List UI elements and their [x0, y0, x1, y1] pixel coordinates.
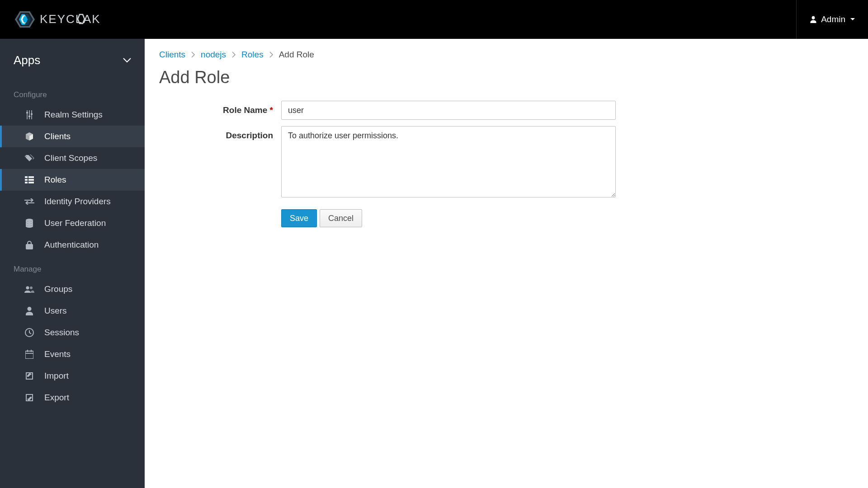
breadcrumb-link-client[interactable]: nodejs [201, 50, 226, 60]
sidebar-item-label: Import [44, 371, 69, 381]
svg-rect-18 [28, 179, 34, 181]
sidebar-item-sessions[interactable]: Sessions [0, 322, 145, 343]
sidebar-item-label: Identity Providers [44, 197, 111, 206]
clock-icon [24, 328, 34, 337]
export-icon [24, 393, 34, 402]
realm-name: Apps [14, 53, 40, 67]
sidebar-item-events[interactable]: Events [0, 343, 145, 365]
save-button[interactable]: Save [281, 209, 317, 227]
sidebar-item-label: Events [44, 349, 71, 359]
lock-icon [24, 240, 34, 249]
svg-rect-17 [25, 179, 28, 181]
topbar: KEYCL AK Admin [0, 0, 868, 39]
content-area: Clients nodejs Roles Add Role Add Role R… [145, 39, 868, 488]
sidebar-item-authentication[interactable]: Authentication [0, 234, 145, 256]
sidebar-item-label: Realm Settings [44, 110, 103, 120]
sidebar-item-roles[interactable]: Roles [0, 169, 145, 191]
svg-point-21 [26, 219, 33, 221]
page-title: Add Role [159, 68, 854, 87]
chevron-down-icon [850, 18, 855, 21]
svg-text:AK: AK [83, 12, 101, 26]
svg-rect-13 [28, 116, 30, 117]
sidebar-item-clients[interactable]: Clients [0, 126, 145, 147]
exchange-icon [24, 198, 34, 205]
sidebar-item-label: Authentication [44, 240, 99, 250]
sidebar-item-export[interactable]: Export [0, 387, 145, 408]
sidebar-item-label: Roles [44, 175, 66, 185]
section-label-configure: Configure [0, 81, 145, 104]
chevron-right-icon [191, 52, 195, 58]
sidebar-item-realm-settings[interactable]: Realm Settings [0, 104, 145, 126]
svg-rect-20 [28, 182, 34, 183]
chevron-right-icon [269, 52, 274, 58]
database-icon [24, 219, 34, 228]
sidebar-item-import[interactable]: Import [0, 365, 145, 387]
svg-rect-16 [28, 176, 34, 178]
keycloak-logo-icon: KEYCL AK [13, 9, 117, 29]
breadcrumb: Clients nodejs Roles Add Role [159, 50, 854, 60]
sidebar-item-label: Sessions [44, 328, 79, 338]
section-label-manage: Manage [0, 256, 145, 278]
svg-point-23 [30, 286, 33, 289]
sidebar-item-users[interactable]: Users [0, 300, 145, 322]
svg-rect-15 [25, 176, 28, 178]
chevron-down-icon [123, 58, 131, 63]
required-star: * [270, 105, 273, 115]
sliders-icon [24, 110, 34, 119]
svg-rect-19 [25, 182, 28, 183]
breadcrumb-link-roles[interactable]: Roles [241, 50, 264, 60]
role-name-label: Role Name * [159, 101, 281, 120]
sidebar: Apps Configure Realm Settings Clients Cl… [0, 39, 145, 488]
import-icon [24, 371, 34, 380]
sidebar-item-label: Export [44, 393, 69, 403]
chevron-right-icon [231, 52, 236, 58]
user-menu[interactable]: Admin [810, 14, 855, 24]
description-label: Description [159, 126, 281, 199]
sidebar-item-label: User Federation [44, 218, 106, 228]
svg-point-22 [26, 286, 29, 290]
sidebar-item-user-federation[interactable]: User Federation [0, 212, 145, 234]
sidebar-item-client-scopes[interactable]: Client Scopes [0, 147, 145, 169]
user-icon [810, 16, 816, 23]
sidebar-item-label: Groups [44, 284, 72, 294]
svg-rect-14 [31, 113, 33, 115]
sidebar-item-label: Client Scopes [44, 153, 97, 163]
group-icon [24, 286, 34, 293]
cube-icon [24, 132, 34, 141]
sidebar-item-identity-providers[interactable]: Identity Providers [0, 191, 145, 212]
calendar-icon [24, 350, 34, 359]
user-icon [24, 306, 34, 315]
svg-rect-25 [25, 351, 33, 359]
svg-rect-12 [26, 112, 28, 113]
tags-icon [24, 154, 34, 162]
brand-logo[interactable]: KEYCL AK [13, 9, 117, 29]
role-name-input[interactable] [281, 101, 616, 120]
user-menu-label: Admin [821, 14, 845, 24]
sidebar-item-groups[interactable]: Groups [0, 278, 145, 300]
description-textarea[interactable] [281, 126, 616, 197]
svg-text:KEYCL: KEYCL [40, 12, 83, 26]
cancel-button[interactable]: Cancel [320, 209, 362, 227]
breadcrumb-link-clients[interactable]: Clients [159, 50, 185, 60]
sidebar-item-label: Clients [44, 131, 71, 141]
breadcrumb-current: Add Role [279, 50, 314, 60]
realm-selector[interactable]: Apps [0, 39, 145, 81]
list-icon [24, 176, 34, 183]
sidebar-item-label: Users [44, 306, 67, 316]
